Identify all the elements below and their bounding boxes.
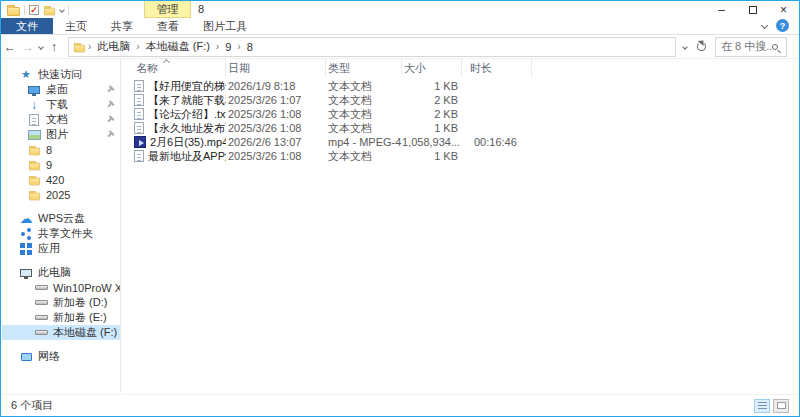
text-file-icon — [134, 94, 144, 106]
file-row[interactable]: 最新地址及APP清... 2025/3/26 1:08 文本文档 1 KB — [121, 149, 798, 163]
window-controls: – × — [706, 1, 799, 18]
item-count: 6 个项目 — [11, 398, 53, 413]
close-button[interactable]: × — [768, 1, 799, 18]
download-icon: ↓ — [27, 98, 41, 112]
sidebar-item-shared-folders[interactable]: 共享文件夹 — [2, 226, 120, 241]
cloud-icon: ☁ — [19, 212, 33, 226]
pin-icon — [103, 98, 116, 111]
breadcrumb-folder-8[interactable]: 8 — [243, 41, 257, 53]
file-list-pane: 名称 日期 类型 大小 时长 【好用便宜的梯子... 2026/1/9 8:18… — [121, 59, 798, 393]
view-buttons — [754, 399, 789, 413]
file-row[interactable]: 【论坛介绍】.txt 2025/3/26 1:08 文本文档 2 KB — [121, 107, 798, 121]
text-file-icon — [134, 122, 144, 134]
window-title: 8 — [198, 3, 204, 15]
help-icon[interactable]: ? — [776, 19, 789, 32]
title-bar: ✓ 管理 8 – × — [1, 1, 799, 18]
maximize-button[interactable] — [737, 1, 768, 18]
breadcrumb-separator: › — [136, 41, 139, 52]
sidebar-item-drive-c[interactable]: Win10ProW X64 (C:) — [2, 280, 120, 295]
sidebar-item-folder-9[interactable]: 9 — [2, 157, 120, 172]
breadcrumb-this-pc[interactable]: 此电脑 — [93, 39, 134, 54]
explorer-app-icon — [7, 7, 20, 16]
folder-icon — [27, 188, 41, 202]
file-row[interactable]: 【好用便宜的梯子... 2026/1/9 8:18 文本文档 1 KB — [121, 79, 798, 93]
search-icon — [772, 44, 778, 50]
drive-icon — [34, 311, 48, 325]
sidebar-item-quick-access[interactable]: ★ 快速访问 — [2, 67, 120, 82]
quick-access-star-icon: ★ — [19, 68, 33, 82]
sidebar-item-folder-8[interactable]: 8 — [2, 142, 120, 157]
sidebar-item-this-pc[interactable]: 此电脑 — [2, 265, 120, 280]
column-header-type[interactable]: 类型 — [326, 59, 402, 77]
column-header-length[interactable]: 时长 — [462, 59, 532, 77]
divider — [68, 5, 69, 15]
tab-file[interactable]: 文件 — [1, 18, 53, 34]
file-row[interactable]: 【来了就能下载和... 2025/3/26 1:07 文本文档 2 KB — [121, 93, 798, 107]
divider — [24, 5, 25, 15]
network-icon — [19, 350, 33, 364]
column-headers: 名称 日期 类型 大小 时长 — [121, 59, 798, 77]
ribbon-tab-row: 文件 主页 共享 查看 图片工具 ? — [1, 18, 799, 35]
large-icons-view-icon — [777, 402, 786, 409]
large-icons-view-button[interactable] — [773, 399, 789, 413]
breadcrumb-separator: › — [237, 41, 240, 52]
status-bar: 6 个项目 — [2, 394, 798, 416]
sidebar-item-apps[interactable]: 应用 — [2, 241, 120, 256]
sidebar-item-network[interactable]: 网络 — [2, 349, 120, 364]
column-header-date[interactable]: 日期 — [226, 59, 326, 77]
sidebar-item-pictures[interactable]: 图片 — [2, 127, 120, 142]
pictures-icon — [27, 128, 41, 142]
sidebar-item-documents[interactable]: 文档 — [2, 112, 120, 127]
forward-button[interactable]: → — [19, 40, 37, 54]
search-input[interactable]: 在 8 中搜... — [715, 37, 787, 57]
tab-view[interactable]: 查看 — [145, 18, 191, 34]
ribbon-right-controls: ? — [762, 19, 789, 32]
tab-home[interactable]: 主页 — [53, 18, 99, 34]
up-button[interactable]: ↑ — [45, 40, 63, 54]
tab-share[interactable]: 共享 — [99, 18, 145, 34]
properties-icon[interactable]: ✓ — [29, 5, 39, 15]
breadcrumb-folder-9[interactable]: 9 — [221, 41, 235, 53]
address-breadcrumb[interactable]: › 此电脑 › 本地磁盘 (F:) › 9 › 8 — [68, 37, 676, 57]
minimize-button[interactable]: – — [706, 1, 737, 18]
sidebar-item-wps-cloud[interactable]: ☁ WPS云盘 — [2, 211, 120, 226]
column-header-size[interactable]: 大小 — [402, 59, 462, 77]
recent-locations-chevron-icon[interactable] — [38, 44, 44, 50]
tab-picture-tools[interactable]: 图片工具 — [191, 18, 259, 34]
refresh-icon[interactable] — [697, 42, 706, 51]
text-file-icon — [134, 150, 144, 162]
qat-customize-chevron-icon[interactable] — [59, 7, 65, 13]
search-placeholder: 在 8 中搜... — [721, 39, 772, 54]
pin-icon — [103, 113, 116, 126]
sidebar-item-downloads[interactable]: ↓ 下载 — [2, 97, 120, 112]
sidebar-item-desktop[interactable]: 桌面 — [2, 82, 120, 97]
folder-icon — [27, 158, 41, 172]
column-header-name[interactable]: 名称 — [134, 59, 226, 77]
file-row[interactable]: 【永久地址发布页... 2025/3/26 1:08 文本文档 1 KB — [121, 121, 798, 135]
breadcrumb-separator: › — [88, 41, 91, 52]
video-file-icon — [134, 136, 146, 148]
breadcrumb-drive-f[interactable]: 本地磁盘 (F:) — [142, 39, 214, 54]
sidebar-item-folder-2025[interactable]: 2025 — [2, 187, 120, 202]
drive-icon — [34, 326, 48, 340]
desktop-icon — [27, 83, 41, 97]
new-folder-icon[interactable] — [44, 7, 55, 15]
address-bar-row: ← → ↑ › 此电脑 › 本地磁盘 (F:) › 9 › 8 在 8 中搜..… — [1, 35, 799, 59]
sidebar-item-drive-e[interactable]: 新加卷 (E:) — [2, 310, 120, 325]
navigation-pane: ★ 快速访问 桌面 ↓ 下载 文档 图片 — [2, 59, 121, 393]
expand-ribbon-chevron-icon[interactable] — [761, 22, 768, 29]
pin-icon — [103, 128, 116, 141]
sidebar-item-folder-420[interactable]: 420 — [2, 172, 120, 187]
location-folder-icon — [74, 44, 85, 52]
drive-icon — [34, 281, 48, 295]
maximize-icon — [749, 6, 757, 14]
document-icon — [27, 113, 41, 127]
back-button[interactable]: ← — [1, 40, 19, 54]
file-row[interactable]: 2月6日(35).mp4 2026/2/6 13:07 mp4 - MPEG-4… — [121, 135, 798, 149]
sort-ascending-icon — [163, 59, 170, 66]
sidebar-item-drive-f[interactable]: 本地磁盘 (F:) — [2, 325, 120, 340]
details-view-button[interactable] — [754, 399, 770, 413]
text-file-icon — [134, 80, 144, 92]
sidebar-item-drive-d[interactable]: 新加卷 (D:) — [2, 295, 120, 310]
address-history-chevron-icon[interactable] — [678, 45, 692, 49]
